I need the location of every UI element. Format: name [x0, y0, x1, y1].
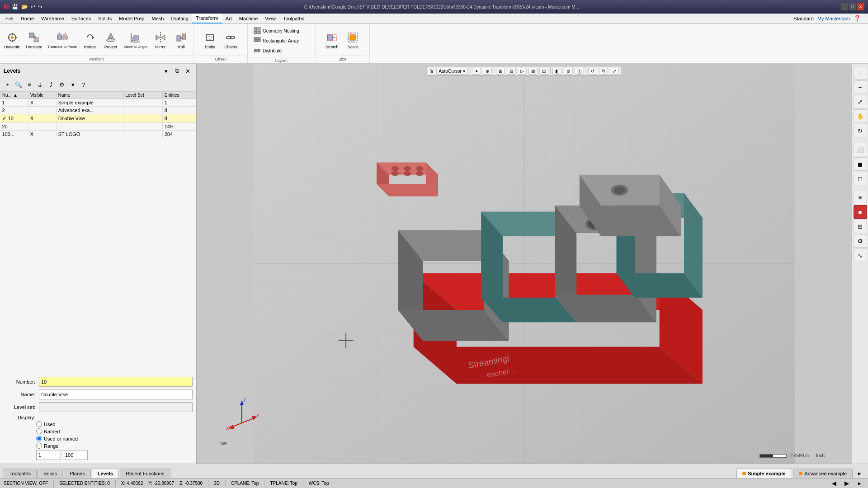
tabs-more-btn[interactable]: ▸	[854, 468, 864, 478]
ribbon-btn-mirror[interactable]: Mirror	[151, 27, 170, 54]
quick-access-undo[interactable]: ↩	[31, 4, 35, 10]
ribbon-btn-chains[interactable]: Chains	[221, 27, 241, 54]
radio-named-input[interactable]	[36, 428, 42, 434]
rt-color[interactable]: ■	[854, 205, 867, 219]
menu-file[interactable]: File	[2, 14, 17, 23]
menu-surfaces[interactable]: Surfaces	[68, 14, 94, 23]
table-row-active[interactable]: ✓ 10 X Double Vise 8	[0, 114, 196, 123]
undo-view-btn[interactable]: ↺	[588, 68, 597, 75]
minimize-btn[interactable]: —	[841, 3, 848, 10]
view-btn-5[interactable]: ⊡	[539, 68, 548, 75]
rt-layers[interactable]: ≡	[854, 191, 867, 204]
view-btn-4[interactable]: ⊠	[528, 68, 538, 75]
tab-solids[interactable]: Solids	[38, 469, 63, 478]
table-row[interactable]: 20 149	[0, 123, 196, 131]
rt-select[interactable]: ⬜	[854, 143, 867, 156]
view-btn-6[interactable]: ◧	[552, 68, 562, 75]
col-entities[interactable]: Entities	[162, 92, 196, 99]
rt-bookmark[interactable]: ⊞	[854, 220, 867, 233]
panel-pin-btn[interactable]: ▾	[161, 66, 171, 76]
range-max-input[interactable]	[63, 450, 88, 460]
ribbon-btn-roll[interactable]: Roll	[171, 27, 191, 54]
menu-transform[interactable]: Transform	[192, 14, 222, 23]
dropdown-btn[interactable]: ▾	[68, 80, 78, 89]
col-level-set[interactable]: Level Set	[123, 92, 163, 99]
col-visible[interactable]: Visible	[28, 92, 56, 99]
quick-access-redo[interactable]: ↪	[38, 4, 42, 10]
my-mastercam-label[interactable]: My Mastercam	[817, 16, 850, 21]
rt-zoom-out[interactable]: −	[854, 80, 867, 94]
ribbon-btn-translate[interactable]: Translate	[23, 27, 44, 54]
ribbon-btn-entity[interactable]: Entity	[200, 27, 220, 54]
ribbon-btn-rotate[interactable]: Rotate	[80, 27, 100, 54]
menu-view[interactable]: View	[261, 14, 279, 23]
rt-pan[interactable]: ✋	[854, 109, 867, 123]
rt-expand[interactable]: ⤡	[854, 249, 867, 262]
radio-used-named-input[interactable]	[36, 436, 42, 441]
rt-rotate[interactable]: ↻	[854, 124, 867, 137]
menu-home[interactable]: Home	[17, 14, 38, 23]
level-set-input[interactable]	[39, 402, 193, 412]
fit-btn[interactable]: ⤢	[610, 68, 619, 75]
rt-settings[interactable]: ⚙	[854, 234, 867, 248]
col-name[interactable]: Name	[56, 92, 123, 99]
menu-wireframe[interactable]: Wireframe	[38, 14, 68, 23]
ribbon-btn-scale[interactable]: Scale	[343, 27, 363, 54]
view-btn-2[interactable]: ⊟	[507, 68, 516, 75]
menu-toolpaths[interactable]: Toolpaths	[279, 14, 308, 23]
rt-zoom-in[interactable]: +	[854, 66, 867, 80]
help-icon[interactable]: ❓	[854, 15, 861, 22]
maximize-btn[interactable]: □	[849, 3, 856, 10]
table-row[interactable]: 2 Advanced exa... 8	[0, 107, 196, 114]
menu-mesh[interactable]: Mesh	[148, 14, 167, 23]
settings-btn[interactable]: ⚙	[57, 80, 67, 89]
number-input[interactable]	[39, 377, 193, 387]
rt-shading[interactable]: ◼	[854, 157, 867, 171]
view-btn-3[interactable]: ▷	[518, 68, 527, 75]
ribbon-btn-distribute[interactable]: Distribute	[250, 46, 312, 55]
close-btn[interactable]: ✕	[857, 3, 864, 10]
name-input[interactable]	[39, 389, 193, 399]
autocursor-btn[interactable]: AutoCursor ▾	[436, 68, 467, 75]
layer-view-btn[interactable]: ≡	[24, 80, 34, 89]
menu-machine[interactable]: Machine	[236, 14, 262, 23]
menu-art[interactable]: Art	[222, 14, 236, 23]
panel-float-btn[interactable]: ⧉	[172, 66, 182, 76]
radio-range-input[interactable]	[36, 443, 42, 449]
tab-planes[interactable]: Planes	[64, 469, 91, 478]
range-min-input[interactable]	[36, 450, 61, 460]
tab-recent-functions[interactable]: Recent Functions	[120, 469, 170, 478]
snap-btn-2[interactable]: ⊕	[483, 68, 492, 75]
add-level-btn[interactable]: +	[3, 80, 13, 89]
sort-btn[interactable]: ⤴	[46, 80, 56, 89]
col-num[interactable]: Nu... ▲	[0, 92, 28, 99]
ribbon-btn-translate-plane[interactable]: Translate to Plane	[45, 27, 79, 54]
viewport-tab-advanced[interactable]: Advanced example	[793, 469, 853, 478]
view-btn-8[interactable]: ◫	[575, 68, 584, 75]
filter-btn[interactable]: ⫝	[35, 80, 45, 89]
tab-toolpaths[interactable]: Toolpaths	[4, 469, 37, 478]
tab-levels[interactable]: Levels	[92, 469, 119, 478]
status-prev-btn[interactable]: ◀	[829, 479, 839, 488]
menu-drafting[interactable]: Drafting	[167, 14, 192, 23]
ribbon-btn-geometry-nesting[interactable]: Geometry Nesting	[250, 26, 312, 35]
rt-wire[interactable]: ◻	[854, 172, 867, 185]
radio-used-input[interactable]	[36, 421, 42, 427]
rt-fit[interactable]: ⤢	[854, 95, 867, 108]
panel-close-btn[interactable]: ✕	[183, 66, 193, 76]
snap-btn-1[interactable]: ✦	[472, 68, 481, 75]
ribbon-btn-rectangular-array[interactable]: Rectangular Array	[250, 36, 312, 45]
menu-model-prep[interactable]: Model Prep	[115, 14, 148, 23]
menu-solids[interactable]: Solids	[94, 14, 115, 23]
viewport-tab-simple[interactable]: Simple example	[736, 469, 791, 478]
ribbon-btn-dynamic[interactable]: Dynamic	[2, 27, 22, 54]
ribbon-btn-move-origin[interactable]: Move to Origin	[122, 27, 150, 54]
quick-access-save[interactable]: 💾	[12, 4, 19, 10]
ribbon-btn-project[interactable]: Project	[101, 27, 121, 54]
help-btn[interactable]: ?	[79, 80, 89, 89]
status-expand-btn[interactable]: ▸	[854, 479, 864, 488]
redo-view-btn[interactable]: ↻	[599, 68, 608, 75]
status-next-btn[interactable]: ▶	[842, 479, 852, 488]
quick-access-open[interactable]: 📂	[21, 4, 28, 10]
view-btn-7[interactable]: ⊚	[564, 68, 573, 75]
